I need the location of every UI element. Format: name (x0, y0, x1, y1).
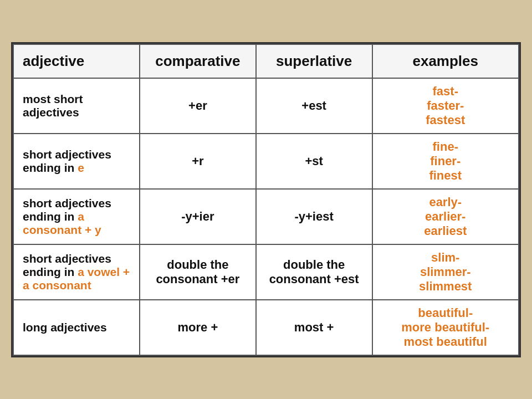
grammar-table: adjective comparative superlative exampl… (11, 42, 521, 357)
table-row: most short adjectives +er +est fast-fast… (13, 78, 519, 134)
adjective-cell-1: most short adjectives (13, 78, 140, 134)
header-superlative: superlative (256, 44, 372, 78)
examples-cell-1: fast-faster-fastest (372, 78, 519, 134)
table-row: short adjectives ending in a consonant +… (13, 189, 519, 244)
comparative-cell-4: double the consonant +er (140, 244, 256, 300)
adjective-text-5: long adjectives (23, 321, 107, 334)
header-adjective: adjective (13, 44, 140, 78)
superlative-cell-4: double the consonant +est (256, 244, 372, 300)
comparative-cell-1: +er (140, 78, 256, 134)
superlative-cell-1: +est (256, 78, 372, 134)
adjective-cell-4: short adjectives ending in a vowel + a c… (13, 244, 140, 300)
superlative-cell-3: -y+iest (256, 189, 372, 244)
table-row: short adjectives ending in e +r +st fine… (13, 134, 519, 189)
superlative-cell-5: most + (256, 300, 372, 355)
adjective-cell-2: short adjectives ending in e (13, 134, 140, 189)
adjective-cell-5: long adjectives (13, 300, 140, 355)
comparative-cell-3: -y+ier (140, 189, 256, 244)
header-examples: examples (372, 44, 519, 78)
adjective-cell-3: short adjectives ending in a consonant +… (13, 189, 140, 244)
examples-cell-2: fine-finer-finest (372, 134, 519, 189)
adjective-text-1: most short adjectives (23, 93, 83, 119)
header-comparative: comparative (140, 44, 256, 78)
superlative-cell-2: +st (256, 134, 372, 189)
adjective-pre-2: short adjectives ending in (23, 148, 111, 174)
table-row: short adjectives ending in a vowel + a c… (13, 244, 519, 300)
adjective-pre-3: short adjectives ending in (23, 197, 111, 223)
comparative-cell-2: +r (140, 134, 256, 189)
examples-cell-5: beautiful-more beautiful-most beautiful (372, 300, 519, 355)
examples-cell-4: slim-slimmer-slimmest (372, 244, 519, 300)
examples-cell-3: early-earlier-earliest (372, 189, 519, 244)
adjective-highlight-2: e (78, 161, 84, 174)
comparative-cell-5: more + (140, 300, 256, 355)
table-row: long adjectives more + most + beautiful-… (13, 300, 519, 355)
